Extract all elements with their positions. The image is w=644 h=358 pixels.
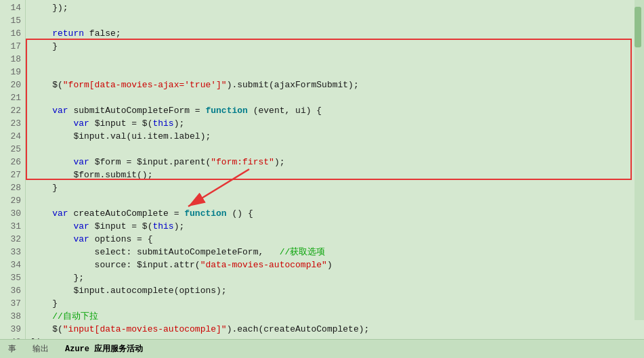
code-line-26: var $form = $input.parent("form:first"); [31,156,639,169]
code-line-33: select: submitAutoCompeleteForm, //获取选项 [31,246,639,259]
line-number-37: 37 [0,297,21,310]
code-line-18 [31,53,639,66]
line-number-15: 15 [0,14,21,27]
code-line-31: var $input = $(this); [31,220,639,233]
line-number-28: 28 [0,181,21,194]
line-number-32: 32 [0,233,21,246]
code-line-19 [31,66,639,79]
code-line-23: var $input = $(this); [31,117,639,130]
line-number-25: 25 [0,143,21,156]
editor-container: 1415161718192021222324252627282930313233… [0,0,644,358]
line-number-36: 36 [0,284,21,297]
line-number-21: 21 [0,91,21,104]
code-line-22: var submitAutoCompleteForm = function (e… [31,104,639,117]
scrollbar-track[interactable] [635,0,644,320]
code-area: 1415161718192021222324252627282930313233… [0,0,644,339]
line-number-19: 19 [0,66,21,79]
scrollbar-thumb[interactable] [635,7,641,47]
line-number-14: 14 [0,1,21,14]
code-line-21 [31,91,639,104]
code-line-15 [31,14,639,27]
status-tab-shi[interactable]: 事 [5,342,19,356]
line-number-26: 26 [0,156,21,169]
line-number-18: 18 [0,53,21,66]
code-line-38: //自动下拉 [31,310,639,323]
line-number-31: 31 [0,220,21,233]
line-numbers: 1415161718192021222324252627282930313233… [0,0,26,339]
code-line-14: }); [31,1,639,14]
code-line-25 [31,143,639,156]
code-line-20: $("form[data-movies-ajax='true']").submi… [31,79,639,91]
code-line-37: } [31,297,639,310]
line-number-23: 23 [0,117,21,130]
code-content[interactable]: }); return false; } $("form[data-movies-… [26,0,644,339]
code-line-29 [31,194,639,207]
line-number-29: 29 [0,194,21,207]
status-tab-azure[interactable]: Azure 应用服务活动 [62,342,146,356]
line-number-16: 16 [0,27,21,40]
line-number-39: 39 [0,323,21,336]
code-line-24: $input.val(ui.item.label); [31,130,639,143]
line-number-34: 34 [0,259,21,271]
line-number-17: 17 [0,40,21,53]
line-number-20: 20 [0,79,21,91]
code-line-35: }; [31,271,639,284]
code-line-39: $("input[data-movies-autocomple]").each(… [31,323,639,336]
code-line-30: var createAutoComplete = function () { [31,207,639,220]
code-line-16: return false; [31,27,639,40]
code-line-32: var options = { [31,233,639,246]
status-bar: 事 输出 Azure 应用服务活动 [0,339,644,358]
code-line-34: source: $input.attr("data-movies-autocom… [31,259,639,271]
code-line-27: $form.submit(); [31,169,639,181]
line-number-27: 27 [0,169,21,181]
line-number-30: 30 [0,207,21,220]
code-line-36: $input.autocomplete(options); [31,284,639,297]
line-number-35: 35 [0,271,21,284]
line-number-24: 24 [0,130,21,143]
code-line-17: } [31,40,639,53]
line-number-33: 33 [0,246,21,259]
status-tab-output[interactable]: 输出 [30,342,51,356]
line-number-38: 38 [0,310,21,323]
code-line-28: } [31,181,639,194]
line-number-22: 22 [0,104,21,117]
